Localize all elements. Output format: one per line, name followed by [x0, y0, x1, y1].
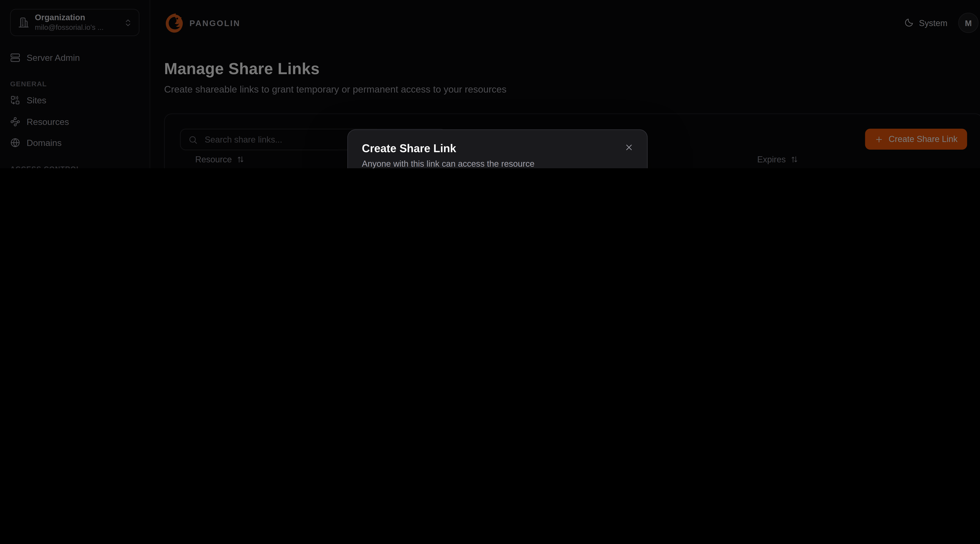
modal-title: Create Share Link: [362, 142, 456, 155]
create-share-link-modal: Create Share Link Anyone with this link …: [347, 129, 648, 168]
close-icon[interactable]: [621, 139, 636, 155]
app-root: Organization milo@fossorial.io's ... Ser…: [0, 0, 980, 168]
modal-subtitle: Anyone with this link can access the res…: [362, 159, 535, 168]
